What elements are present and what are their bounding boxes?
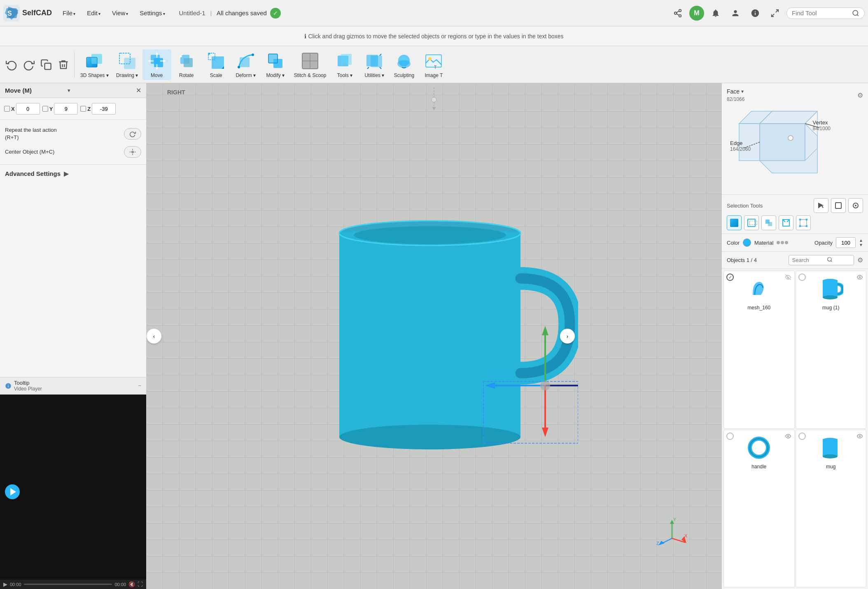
- svg-marker-27: [156, 67, 158, 70]
- z-input[interactable]: [92, 103, 116, 115]
- toolbar: 3D Shapes ▾ Drawing ▾: [0, 46, 868, 83]
- viewport: ‹ › RIGHT: [147, 83, 721, 589]
- obj-check-handle[interactable]: [726, 432, 734, 440]
- sel-arrow-btn[interactable]: [814, 198, 828, 213]
- svg-marker-77: [542, 428, 548, 437]
- svg-point-6: [679, 14, 681, 16]
- obj-cell-handle[interactable]: handle: [723, 430, 795, 588]
- video-controls: ▶ 00:00 00:00 🔇 ⛶: [0, 580, 146, 589]
- expand-button[interactable]: [767, 5, 783, 21]
- face-dropdown[interactable]: Face ▾: [727, 88, 744, 95]
- obj-check-mug[interactable]: [798, 432, 806, 440]
- scale-icon: [206, 51, 226, 71]
- opacity-arrows[interactable]: ▲▼: [859, 238, 863, 247]
- search-icon[interactable]: [827, 257, 833, 264]
- color-row: Color Material Opacity ▲▼: [722, 234, 868, 252]
- 3d-shapes-icon: [84, 51, 104, 71]
- stitch-scoop-icon: [300, 51, 320, 71]
- tool-tools[interactable]: Tools ▾: [330, 49, 359, 80]
- delete-button[interactable]: [55, 56, 72, 73]
- tool-rotate[interactable]: Rotate: [172, 49, 201, 80]
- objects-settings-button[interactable]: ⚙: [857, 256, 863, 264]
- tooltip-minimize-button[interactable]: −: [138, 383, 141, 389]
- center-button[interactable]: [124, 146, 141, 158]
- sel-wireframe-btn[interactable]: [744, 215, 759, 230]
- repeat-button[interactable]: [124, 128, 141, 140]
- tool-stitch-scoop[interactable]: Stitch & Scoop: [291, 49, 330, 80]
- sel-solid-cube-btn[interactable]: [727, 215, 742, 230]
- obj-cell-mug[interactable]: mug: [796, 430, 867, 588]
- user-button[interactable]: [727, 5, 744, 21]
- menu-settings[interactable]: Settings▾: [135, 7, 169, 19]
- menu-file[interactable]: File▾: [58, 7, 79, 19]
- divider-1: [74, 52, 75, 77]
- nav-left-button[interactable]: ‹: [147, 329, 161, 344]
- x-input[interactable]: [16, 103, 40, 115]
- fullscreen-video-button[interactable]: ⛶: [138, 581, 143, 587]
- panel-dropdown-arrow[interactable]: ▾: [68, 87, 70, 93]
- obj-check-mug1[interactable]: [798, 273, 806, 281]
- utilities-icon: [364, 51, 384, 71]
- info-button[interactable]: [747, 5, 763, 21]
- obj-visibility-mug[interactable]: [856, 432, 863, 440]
- svg-rect-132: [823, 439, 838, 456]
- app-name: SelfCAD: [22, 9, 52, 17]
- obj-visibility-handle[interactable]: [784, 432, 792, 440]
- center-label: Center Object (M+C): [5, 148, 54, 156]
- find-tool-box[interactable]: [786, 7, 865, 19]
- nav-right-button[interactable]: ›: [560, 329, 575, 344]
- progress-bar[interactable]: [24, 584, 112, 585]
- tool-3d-shapes[interactable]: 3D Shapes ▾: [77, 49, 112, 80]
- svg-marker-28: [148, 60, 151, 62]
- repeat-label: Repeat the last action(R+T): [5, 126, 57, 141]
- panel-close-button[interactable]: ✕: [136, 86, 141, 94]
- tool-drawing[interactable]: Drawing ▾: [113, 49, 142, 80]
- redo-button[interactable]: [21, 56, 37, 73]
- tool-move[interactable]: Move: [142, 49, 171, 80]
- obj-check-mesh160[interactable]: ✓: [726, 273, 734, 281]
- tool-image-t[interactable]: T Image T: [419, 49, 448, 80]
- svg-point-5: [674, 12, 677, 14]
- menu-edit[interactable]: Edit▾: [83, 7, 105, 19]
- y-input[interactable]: [54, 103, 78, 115]
- sel-vertices-btn[interactable]: [796, 215, 811, 230]
- tooltip-text: Tooltip Video Player: [14, 380, 42, 392]
- obj-visibility-mesh160[interactable]: [784, 273, 792, 281]
- play-button[interactable]: [5, 484, 20, 499]
- menu-view[interactable]: View▾: [108, 7, 132, 19]
- search-input[interactable]: [792, 257, 825, 263]
- undo-button[interactable]: [3, 56, 20, 73]
- notifications-button[interactable]: [707, 5, 724, 21]
- find-tool-input[interactable]: [792, 9, 849, 16]
- sel-box-btn[interactable]: [831, 198, 846, 213]
- share-button[interactable]: [670, 5, 686, 21]
- svg-line-7: [677, 14, 679, 15]
- obj-visibility-mug1[interactable]: [856, 273, 863, 281]
- tool-scale[interactable]: Scale: [202, 49, 231, 80]
- tool-deform[interactable]: Deform ▾: [231, 49, 260, 80]
- color-picker[interactable]: [743, 238, 751, 247]
- tool-modify[interactable]: Modify ▾: [261, 49, 290, 80]
- x-checkbox[interactable]: [4, 106, 10, 112]
- y-checkbox[interactable]: [42, 106, 48, 112]
- sel-settings2-btn[interactable]: [848, 198, 863, 213]
- canvas-area[interactable]: RIGHT: [147, 83, 721, 589]
- sel-edges-btn[interactable]: [779, 215, 793, 230]
- svg-point-11: [853, 10, 858, 15]
- obj-cell-mug1[interactable]: mug (1): [796, 271, 867, 429]
- tool-sculpting[interactable]: Sculpting: [390, 49, 418, 80]
- z-checkbox[interactable]: [80, 106, 86, 112]
- selection-tools: Selection Tools: [722, 195, 868, 234]
- advanced-settings[interactable]: Advanced Settings ▶: [0, 164, 146, 182]
- svg-line-8: [677, 11, 679, 12]
- m-button[interactable]: M: [689, 6, 704, 21]
- mute-button[interactable]: 🔇: [128, 581, 135, 587]
- play-pause-button[interactable]: ▶: [3, 581, 7, 587]
- obj-cell-mesh160[interactable]: ✓ mesh_160: [723, 271, 795, 429]
- tool-utilities[interactable]: Utilities ▾: [360, 49, 389, 80]
- copy-button[interactable]: [38, 56, 54, 73]
- settings-gear-button[interactable]: ⚙: [857, 91, 863, 99]
- app-logo[interactable]: S SelfCAD: [3, 5, 52, 21]
- sel-faces-btn[interactable]: [761, 215, 776, 230]
- opacity-input[interactable]: [836, 237, 856, 248]
